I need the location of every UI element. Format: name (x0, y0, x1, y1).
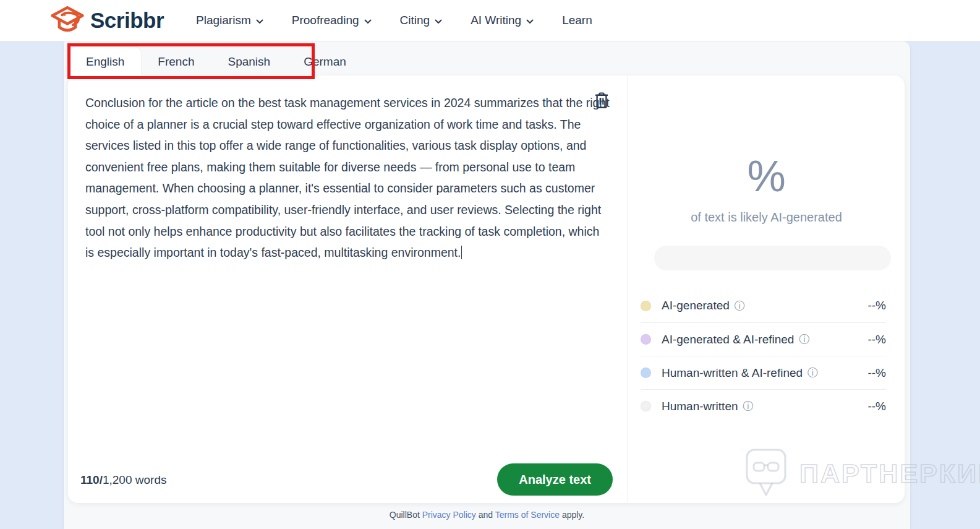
human-written-color-dot (641, 401, 651, 411)
results-subtitle: of text is likely AI-generated (628, 210, 905, 225)
ai-generated-ai-refined-color-dot (641, 334, 651, 345)
document-text: Conclusion for the article on the best t… (85, 96, 610, 259)
nav-label: Proofreading (292, 14, 359, 27)
text-cursor (461, 246, 462, 259)
legend-row-ai-generated-ai-refined: AI-generated & AI-refined ⓘ --% (641, 322, 886, 356)
analyze-text-button[interactable]: Analyze text (497, 463, 613, 496)
word-count-current: 110/ (80, 473, 103, 486)
language-tab-bar: English French Spanish German (69, 47, 363, 75)
tool-container: English French Spanish German Conclusion… (64, 41, 910, 529)
text-editor-pane: Conclusion for the article on the best t… (68, 75, 628, 503)
nav-label: Learn (562, 14, 592, 27)
scribbr-logo[interactable]: Scribbr (49, 4, 164, 37)
info-icon[interactable]: ⓘ (807, 366, 818, 380)
legend-label: AI-generated (662, 299, 730, 312)
privacy-policy-link[interactable]: Privacy Policy (422, 510, 476, 520)
legal-footer: QuillBot Privacy Policy and Terms of Ser… (64, 510, 910, 520)
legend-label: AI-generated & AI-refined (662, 333, 794, 346)
top-navigation-bar: Scribbr Plagiarism Proofreading Citing A… (0, 0, 980, 41)
score-progress-bar (654, 246, 891, 270)
info-icon[interactable]: ⓘ (743, 399, 754, 413)
legend-value: --% (867, 366, 886, 380)
scribbr-ai-detector-page: { "header": { "logo_text": "Scribbr", "n… (0, 0, 980, 529)
legend-row-ai-generated: AI-generated ⓘ --% (641, 289, 886, 322)
results-pane: % of text is likely AI-generated AI-gene… (628, 75, 905, 503)
results-legend: AI-generated ⓘ --% AI-generated & AI-ref… (628, 289, 905, 423)
nav-label: Citing (400, 14, 430, 27)
chevron-down-icon (526, 19, 534, 24)
trash-icon (594, 92, 610, 109)
nav-item-proofreading[interactable]: Proofreading (292, 14, 372, 27)
text-input-area[interactable]: Conclusion for the article on the best t… (85, 92, 610, 264)
ai-percentage-placeholder: % (628, 155, 905, 198)
legend-value: --% (867, 333, 886, 346)
chevron-down-icon (435, 19, 442, 24)
nav-item-plagiarism[interactable]: Plagiarism (196, 14, 263, 27)
legend-value: --% (867, 400, 886, 413)
human-written-ai-refined-color-dot (641, 368, 651, 378)
scribbr-logo-icon (49, 4, 85, 37)
nav-item-learn[interactable]: Learn (562, 14, 592, 27)
ai-detector-card: Conclusion for the article on the best t… (68, 75, 905, 503)
legend-label: Human-written & AI-refined (662, 366, 803, 380)
footer-conjunction: and (479, 510, 493, 520)
legend-label: Human-written (662, 400, 738, 413)
ai-generated-color-dot (641, 301, 651, 311)
chevron-down-icon (256, 19, 263, 24)
terms-of-service-link[interactable]: Terms of Service (495, 510, 560, 520)
footer-suffix: apply. (562, 510, 584, 520)
nav-item-ai-writing[interactable]: AI Writing (471, 14, 534, 27)
legend-row-human-written-ai-refined: Human-written & AI-refined ⓘ --% (641, 356, 886, 389)
clear-text-button[interactable] (594, 92, 610, 109)
tab-spanish[interactable]: Spanish (211, 47, 287, 75)
info-icon[interactable]: ⓘ (735, 299, 745, 313)
main-nav: Plagiarism Proofreading Citing AI Writin… (196, 14, 592, 27)
scribbr-logo-wordmark: Scribbr (90, 8, 164, 33)
nav-item-citing[interactable]: Citing (400, 14, 443, 27)
footer-prefix: QuillBot (390, 510, 420, 520)
tab-french[interactable]: French (141, 47, 211, 75)
word-count: 110/1,200 words (80, 473, 166, 487)
legend-value: --% (867, 299, 886, 312)
nav-label: Plagiarism (196, 14, 251, 27)
word-count-limit: 1,200 words (103, 473, 167, 486)
legend-row-human-written: Human-written ⓘ --% (641, 389, 886, 423)
nav-label: AI Writing (471, 14, 521, 27)
tab-english[interactable]: English (69, 47, 141, 75)
info-icon[interactable]: ⓘ (799, 332, 809, 346)
chevron-down-icon (364, 19, 372, 24)
tab-german[interactable]: German (287, 47, 363, 75)
